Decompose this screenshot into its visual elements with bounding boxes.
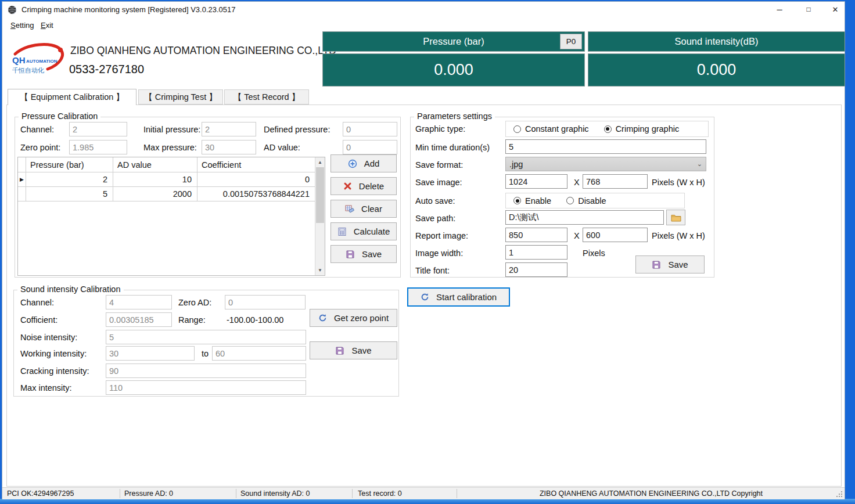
- resize-grip-icon[interactable]: [835, 490, 843, 498]
- status-copyright: ZIBO QIANHENG AUTOMATION ENGINEERING CO.…: [457, 489, 846, 498]
- row-selector-header: [18, 157, 26, 172]
- browse-folder-button[interactable]: [666, 210, 685, 225]
- radio-crimping-graphic[interactable]: Crimping graphic: [604, 124, 680, 134]
- start-calibration-label: Start calibration: [436, 292, 497, 302]
- zero-ad-input[interactable]: [225, 295, 306, 309]
- title-font-input[interactable]: [505, 262, 567, 277]
- save-image-height-input[interactable]: [583, 174, 648, 189]
- col-coefficient[interactable]: Coefficient: [197, 157, 315, 172]
- to-label: to: [202, 349, 209, 358]
- refresh-icon: [421, 293, 429, 301]
- initial-pressure-input[interactable]: [202, 122, 256, 136]
- graphic-type-options: Constant graphic Crimping graphic: [505, 121, 709, 137]
- report-image-width-input[interactable]: [505, 228, 567, 242]
- image-width-input[interactable]: [505, 245, 567, 260]
- add-button[interactable]: Add: [330, 154, 397, 172]
- save-icon: [652, 260, 661, 269]
- zero-point-input[interactable]: [69, 140, 127, 154]
- start-calibration-button[interactable]: Start calibration: [407, 287, 510, 307]
- scroll-up-icon[interactable]: ▲: [315, 157, 325, 167]
- radio-icon: [566, 197, 574, 204]
- max-pressure-input[interactable]: [202, 140, 256, 154]
- sound-channel-label: Channel:: [20, 298, 54, 307]
- radio-enable[interactable]: Enable: [513, 196, 551, 206]
- col-pressure[interactable]: Pressure (bar): [26, 157, 113, 172]
- status-divider: [120, 489, 120, 498]
- scroll-thumb[interactable]: [316, 167, 324, 223]
- defined-pressure-input[interactable]: [343, 122, 397, 136]
- cell-pressure: 2: [26, 172, 113, 186]
- scroll-down-icon[interactable]: ▼: [315, 265, 325, 275]
- sound-display-header: Sound intensity(dB): [588, 31, 845, 52]
- report-image-height-input[interactable]: [583, 228, 648, 242]
- refresh-icon: [318, 314, 327, 322]
- report-image-pixels-label: Pixels (W x H): [652, 231, 705, 240]
- sound-calibration-title: Sound intensity Calibration: [17, 285, 124, 294]
- clear-button-label: Clear: [361, 204, 382, 214]
- table-scrollbar[interactable]: ▲ ▼: [315, 157, 325, 275]
- cofficient-input[interactable]: [106, 312, 172, 327]
- save-format-value: .jpg: [509, 160, 523, 169]
- range-value: -100.00-100.00: [227, 315, 283, 325]
- calculate-button[interactable]: Calculate: [330, 222, 397, 240]
- minimize-button[interactable]: ─: [770, 3, 789, 16]
- min-time-input[interactable]: [505, 139, 706, 154]
- cracking-intensity-input[interactable]: [106, 363, 306, 378]
- delete-button[interactable]: Delete: [330, 177, 397, 195]
- pressure-calibration-title: Pressure Calibration: [19, 111, 100, 121]
- radio-constant-graphic[interactable]: Constant graphic: [513, 124, 589, 134]
- save-icon: [346, 250, 355, 259]
- enable-label: Enable: [525, 196, 551, 206]
- add-icon: [348, 159, 357, 168]
- save-path-input[interactable]: [505, 210, 664, 225]
- sound-channel-input[interactable]: [106, 295, 172, 309]
- max-intensity-input[interactable]: [106, 380, 306, 395]
- sound-save-button[interactable]: Save: [310, 341, 397, 359]
- sound-calibration-group: Sound intensity Calibration Channel: Zer…: [13, 290, 399, 397]
- menu-setting[interactable]: Setting: [8, 20, 36, 31]
- table-row[interactable]: ▶ 2 10 0: [18, 172, 325, 187]
- cell-ad-value: 10: [113, 172, 197, 186]
- calibration-table: Pressure (bar) AD value Coefficient ▶ 2 …: [17, 157, 325, 276]
- col-ad-value[interactable]: AD value: [113, 157, 197, 172]
- save-image-width-input[interactable]: [505, 174, 567, 189]
- tab-test-record[interactable]: 【 Test Record 】: [224, 89, 309, 105]
- save-table-button[interactable]: Save: [330, 245, 397, 263]
- parameters-settings-title: Parameters settings: [414, 111, 495, 121]
- tab-equipment-calibration[interactable]: 【 Equipment Calibration 】: [8, 89, 136, 105]
- radio-disable[interactable]: Disable: [566, 196, 606, 206]
- working-to-input[interactable]: [212, 346, 306, 361]
- ad-value-input[interactable]: [343, 140, 397, 154]
- get-zero-point-button[interactable]: Get zero point: [310, 309, 397, 327]
- image-width-pixels-label: Pixels: [583, 249, 605, 258]
- cell-coefficient: 0.00150753768844221: [197, 187, 315, 201]
- p0-button[interactable]: P0: [560, 34, 582, 49]
- noise-intensity-input[interactable]: [106, 330, 306, 344]
- company-phone: 0533-2767180: [69, 63, 144, 76]
- table-row[interactable]: 5 2000 0.00150753768844221: [18, 187, 325, 201]
- save-format-select[interactable]: .jpg ⌄: [505, 157, 706, 171]
- working-from-input[interactable]: [106, 346, 195, 361]
- close-button[interactable]: ✕: [826, 3, 845, 16]
- title-bar: Crimping machine monitoring system [Regi…: [2, 2, 845, 18]
- menu-exit[interactable]: Exit: [38, 20, 56, 31]
- delete-button-label: Delete: [359, 181, 384, 191]
- range-label: Range:: [178, 315, 206, 325]
- max-intensity-label: Max intensity:: [20, 383, 72, 393]
- cell-ad-value: 2000: [113, 187, 197, 201]
- parameters-save-button[interactable]: Save: [635, 255, 705, 273]
- title-font-label: Title font:: [415, 266, 450, 275]
- maximize-button[interactable]: □: [799, 3, 818, 16]
- channel-input[interactable]: [69, 122, 127, 136]
- report-image-x-label: X: [574, 231, 580, 240]
- status-pci: PCI OK:4294967295: [7, 489, 74, 498]
- tab-crimping-test[interactable]: 【 Crimping Test 】: [138, 89, 223, 105]
- sound-display-title: Sound intensity(dB): [675, 36, 759, 47]
- company-logo: QH AUTOMATION 千恒自动化: [9, 41, 70, 78]
- menu-bar: Setting Exit: [2, 18, 845, 32]
- max-pressure-label: Max pressure:: [143, 143, 197, 152]
- clear-button[interactable]: Clear: [330, 200, 397, 218]
- save-format-label: Save format:: [415, 160, 463, 170]
- status-bar: PCI OK:4294967295 Pressure AD: 0 Sound i…: [2, 487, 845, 499]
- status-sound-ad: Sound intensity AD: 0: [240, 489, 310, 498]
